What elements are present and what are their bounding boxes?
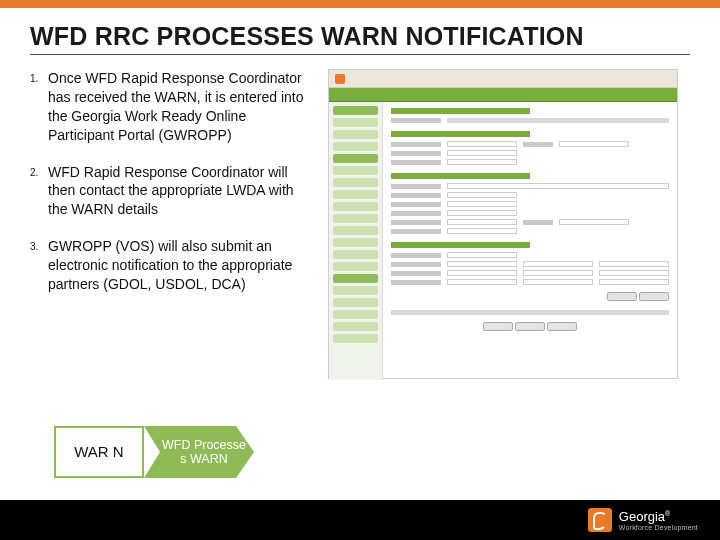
list-item: 1. Once WFD Rapid Response Coordinator h…	[30, 69, 310, 145]
content-row: 1. Once WFD Rapid Response Coordinator h…	[30, 69, 690, 379]
list-text: Once WFD Rapid Response Coordinator has …	[48, 69, 310, 145]
thumb-main	[383, 102, 677, 380]
accent-bar	[0, 0, 720, 8]
list-text: WFD Rapid Response Coordinator will then…	[48, 163, 310, 220]
list-text: GWROPP (VOS) will also submit an electro…	[48, 237, 310, 294]
list-number: 1.	[30, 69, 48, 145]
logo-text: Georgia® Workforce Development	[619, 510, 698, 531]
thumb-body	[329, 102, 677, 380]
georgia-logo: Georgia® Workforce Development	[588, 508, 698, 532]
title-rule	[30, 54, 690, 55]
list-number: 3.	[30, 237, 48, 294]
slide-body: WFD RRC PROCESSES WARN NOTIFICATION 1. O…	[0, 8, 720, 540]
peach-icon	[588, 508, 612, 532]
logo-name: Georgia	[619, 509, 665, 524]
logo-sub: Workforce Development	[619, 524, 698, 531]
flow-step-warn: WAR N	[54, 426, 144, 478]
list-item: 3. GWROPP (VOS) will also submit an elec…	[30, 237, 310, 294]
thumb-header	[329, 88, 677, 102]
flow-step-process: WFD Processe s WARN	[144, 426, 254, 478]
flow-step-label: WAR N	[74, 444, 123, 461]
left-column: 1. Once WFD Rapid Response Coordinator h…	[30, 69, 310, 379]
process-flow: WAR N WFD Processe s WARN	[54, 426, 254, 478]
list-number: 2.	[30, 163, 48, 220]
thumb-sidebar	[329, 102, 383, 380]
screenshot-thumbnail	[328, 69, 678, 379]
footer-bar: Georgia® Workforce Development	[0, 500, 720, 540]
page-title: WFD RRC PROCESSES WARN NOTIFICATION	[30, 22, 690, 51]
thumb-topbar	[329, 70, 677, 88]
process-list: 1. Once WFD Rapid Response Coordinator h…	[30, 69, 310, 294]
list-item: 2. WFD Rapid Response Coordinator will t…	[30, 163, 310, 220]
flow-step-label: WFD Processe s WARN	[144, 438, 254, 467]
right-column	[328, 69, 690, 379]
